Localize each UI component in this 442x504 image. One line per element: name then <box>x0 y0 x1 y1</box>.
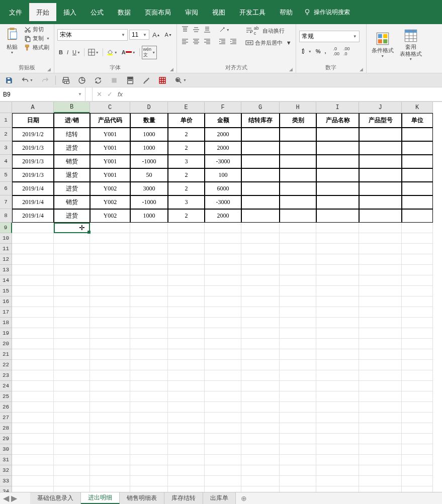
tab-view[interactable]: 视图 <box>205 3 232 21</box>
empty-cell[interactable] <box>90 402 130 413</box>
empty-cell[interactable] <box>205 286 241 296</box>
empty-cell[interactable] <box>130 339 168 349</box>
grid[interactable]: ABCDEFGHIJK 1234567891011121314151617181… <box>0 102 442 502</box>
data-cell[interactable] <box>280 182 316 195</box>
accounting-button[interactable]: ₿▼ <box>299 45 313 57</box>
empty-cell[interactable] <box>168 434 205 444</box>
empty-cell[interactable] <box>90 434 130 444</box>
data-cell[interactable] <box>359 209 402 223</box>
empty-cell[interactable] <box>168 233 205 244</box>
empty-cell[interactable] <box>280 381 316 391</box>
tab-insert[interactable]: 插入 <box>56 3 83 21</box>
qat-chart-button[interactable] <box>76 75 88 85</box>
empty-cell[interactable] <box>316 307 359 318</box>
empty-cell[interactable] <box>402 413 433 423</box>
empty-cell[interactable] <box>130 328 168 339</box>
empty-cell[interactable] <box>54 318 90 328</box>
tab-file[interactable]: 文件 <box>2 3 29 21</box>
empty-cell[interactable] <box>402 223 433 233</box>
empty-cell[interactable] <box>359 360 402 370</box>
sheet-tab[interactable]: 库存结转 <box>164 492 203 504</box>
font-size-combo[interactable]: 11▼ <box>129 30 149 40</box>
empty-cell[interactable] <box>280 265 316 275</box>
empty-cell[interactable] <box>90 391 130 402</box>
alignment-launcher-icon[interactable]: ◢ <box>289 67 293 72</box>
data-cell[interactable] <box>402 209 433 223</box>
empty-cell[interactable] <box>205 307 241 318</box>
header-cell[interactable]: 数量 <box>130 113 168 128</box>
empty-cell[interactable] <box>90 318 130 328</box>
data-cell[interactable] <box>241 128 280 141</box>
empty-cell[interactable] <box>54 265 90 275</box>
empty-cell[interactable] <box>241 434 280 444</box>
data-cell[interactable] <box>241 209 280 223</box>
empty-cell[interactable] <box>12 434 54 444</box>
empty-cell[interactable] <box>168 265 205 275</box>
tab-data[interactable]: 数据 <box>111 3 138 21</box>
empty-cell[interactable] <box>54 296 90 307</box>
data-cell[interactable]: 3 <box>168 155 205 168</box>
empty-cell[interactable] <box>205 349 241 360</box>
empty-cell[interactable] <box>280 233 316 244</box>
data-cell[interactable] <box>280 168 316 182</box>
wrap-text-button[interactable]: abc 自动换行 <box>244 25 293 36</box>
empty-cell[interactable] <box>280 465 316 476</box>
data-cell[interactable]: 2019/1/4 <box>12 195 54 209</box>
row-header-21[interactable]: 21 <box>0 349 12 360</box>
row-header-23[interactable]: 23 <box>0 370 12 381</box>
header-cell[interactable]: 金额 <box>205 113 241 128</box>
data-cell[interactable]: 结转 <box>54 128 90 141</box>
empty-cell[interactable] <box>205 254 241 265</box>
data-cell[interactable]: 2000 <box>205 141 241 155</box>
data-cell[interactable] <box>316 128 359 141</box>
empty-cell[interactable] <box>241 391 280 402</box>
empty-cell[interactable] <box>280 275 316 286</box>
empty-cell[interactable] <box>130 244 168 254</box>
empty-cell[interactable] <box>168 318 205 328</box>
borders-button[interactable]: ▼ <box>86 48 101 57</box>
data-cell[interactable]: 2 <box>168 141 205 155</box>
col-header-G[interactable]: G <box>241 102 280 113</box>
merge-center-button[interactable]: 合并后居中▼ <box>244 38 293 47</box>
col-header-H[interactable]: H <box>280 102 316 113</box>
empty-cell[interactable] <box>90 413 130 423</box>
empty-cell[interactable] <box>90 349 130 360</box>
add-sheet-button[interactable]: ⊕ <box>236 494 252 502</box>
empty-cell[interactable] <box>12 360 54 370</box>
empty-cell[interactable] <box>12 339 54 349</box>
empty-cell[interactable] <box>130 318 168 328</box>
row-header-26[interactable]: 26 <box>0 402 12 413</box>
empty-cell[interactable] <box>359 444 402 455</box>
empty-cell[interactable] <box>359 423 402 434</box>
data-cell[interactable] <box>316 182 359 195</box>
empty-cell[interactable] <box>359 286 402 296</box>
empty-cell[interactable] <box>316 444 359 455</box>
row-header-16[interactable]: 16 <box>0 296 12 307</box>
empty-cell[interactable] <box>280 476 316 486</box>
empty-cell[interactable] <box>316 233 359 244</box>
empty-cell[interactable] <box>280 434 316 444</box>
row-header-7[interactable]: 7 <box>0 195 12 209</box>
empty-cell[interactable] <box>12 233 54 244</box>
empty-cell[interactable] <box>280 402 316 413</box>
empty-cell[interactable] <box>205 318 241 328</box>
sheet-nav-prev[interactable]: ◀ <box>3 493 9 503</box>
data-cell[interactable] <box>402 128 433 141</box>
empty-cell[interactable] <box>402 465 433 476</box>
phonetic-button[interactable]: wén文▼ <box>142 46 157 59</box>
data-cell[interactable] <box>280 141 316 155</box>
empty-cell[interactable] <box>90 233 130 244</box>
empty-cell[interactable] <box>205 275 241 286</box>
empty-cell[interactable] <box>90 444 130 455</box>
empty-cell[interactable] <box>54 349 90 360</box>
sheet-tab[interactable]: 销售明细表 <box>120 492 164 504</box>
empty-cell[interactable] <box>241 360 280 370</box>
empty-cell[interactable] <box>130 444 168 455</box>
select-all-corner[interactable] <box>0 102 12 113</box>
data-cell[interactable] <box>316 209 359 223</box>
col-header-A[interactable]: A <box>12 102 54 113</box>
data-cell[interactable]: 3 <box>168 195 205 209</box>
cut-button[interactable]: 剪切 <box>23 25 51 34</box>
empty-cell[interactable] <box>402 233 433 244</box>
copy-button[interactable]: 复制▼ <box>23 34 51 43</box>
